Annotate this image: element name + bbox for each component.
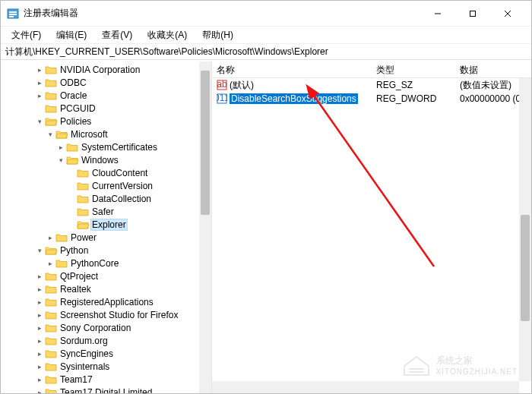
folder-icon <box>55 258 68 269</box>
folder-icon <box>45 65 57 75</box>
folder-icon <box>77 194 89 204</box>
chevron-icon[interactable]: ▸ <box>34 79 45 87</box>
values-header: 名称 类型 数据 <box>212 61 531 78</box>
tree-node-syncengines[interactable]: ▸SyncEngines <box>2 347 211 360</box>
maximize-button[interactable] <box>455 1 490 27</box>
chevron-icon[interactable]: ▸ <box>34 376 45 383</box>
values-scroll-thumb[interactable] <box>521 215 530 321</box>
col-type[interactable]: 类型 <box>372 61 455 77</box>
chevron-icon[interactable]: ▾ <box>34 118 45 125</box>
menu-file[interactable]: 文件(F) <box>5 27 47 43</box>
values-scrollbar-horizontal[interactable] <box>212 381 519 393</box>
chevron-icon[interactable]: ▾ <box>45 131 55 138</box>
chevron-icon[interactable]: ▸ <box>34 363 45 370</box>
tree-node-policies[interactable]: ▾Policies <box>2 115 211 128</box>
tree-node-pcguid[interactable]: PCGUID <box>2 102 211 115</box>
value-row[interactable]: ab(默认)REG_SZ(数值未设置) <box>212 78 531 92</box>
tree-node-microsoft[interactable]: ▾Microsoft <box>2 128 211 140</box>
folder-icon <box>55 232 68 243</box>
menu-help[interactable]: 帮助(H) <box>196 27 239 43</box>
chevron-icon[interactable]: ▸ <box>34 389 45 394</box>
tree-node-datacollection[interactable]: DataCollection <box>2 192 211 205</box>
chevron-icon[interactable]: ▾ <box>34 247 45 254</box>
tree-node-oracle[interactable]: ▸Oracle <box>2 89 211 102</box>
tree-node-label: SystemCertificates <box>80 142 159 153</box>
chevron-icon[interactable]: ▸ <box>34 66 45 74</box>
path-bar[interactable]: 计算机\HKEY_CURRENT_USER\Software\Policies\… <box>1 43 531 60</box>
tree-node-label: Oracle <box>59 90 88 101</box>
svg-rect-5 <box>470 11 476 16</box>
chevron-icon[interactable]: ▸ <box>34 298 45 306</box>
tree-scroll-thumb[interactable] <box>201 71 210 215</box>
value-name: DisableSearchBoxSuggestions <box>230 93 358 104</box>
tree-scrollbar[interactable] <box>199 61 211 393</box>
tree-node-label: CloudContent <box>90 168 149 178</box>
tree-node-label: Team17 Digital Limited <box>59 387 154 394</box>
tree-node-label: Explorer <box>90 219 128 231</box>
chevron-icon[interactable]: ▸ <box>34 273 45 280</box>
folder-icon <box>45 348 57 359</box>
chevron-icon[interactable]: ▸ <box>34 311 45 319</box>
menu-view[interactable]: 查看(V) <box>96 27 138 43</box>
tree-node-realtek[interactable]: ▸Realtek <box>2 282 211 295</box>
tree-node-screenshot-studio-for-firefox[interactable]: ▸Screenshot Studio for Firefox <box>2 308 211 321</box>
chevron-icon[interactable]: ▸ <box>34 92 45 99</box>
chevron-icon[interactable]: ▸ <box>34 324 45 332</box>
tree-node-registeredapplications[interactable]: ▸RegisteredApplications <box>2 295 211 308</box>
folder-icon <box>45 387 57 394</box>
tree-node-sordum-org[interactable]: ▸Sordum.org <box>2 334 211 347</box>
chevron-icon[interactable]: ▸ <box>45 234 55 241</box>
tree-node-label: Power <box>69 232 98 243</box>
chevron-icon[interactable]: ▸ <box>55 143 66 151</box>
svg-rect-2 <box>9 14 17 15</box>
tree-node-label: ODBC <box>59 77 88 88</box>
folder-icon <box>45 245 57 256</box>
tree-node-label: NVIDIA Corporation <box>59 65 141 75</box>
minimize-button[interactable] <box>420 1 455 27</box>
col-name[interactable]: 名称 <box>212 61 372 77</box>
menu-favorites[interactable]: 收藏夹(A) <box>141 27 193 43</box>
tree-node-qtproject[interactable]: ▸QtProject <box>2 269 211 282</box>
tree-node-power[interactable]: ▸Power <box>2 231 211 244</box>
chevron-icon[interactable]: ▾ <box>55 156 66 164</box>
values-pane: 名称 类型 数据 ab(默认)REG_SZ(数值未设置)011DisableSe… <box>212 61 531 393</box>
tree-node-team17[interactable]: ▸Team17 <box>2 373 211 386</box>
tree-node-label: Sysinternals <box>59 361 111 372</box>
tree-pane: ▸NVIDIA Corporation▸ODBC▸OraclePCGUID▾Po… <box>1 61 212 393</box>
tree-node-python[interactable]: ▾Python <box>2 244 211 257</box>
tree-node-odbc[interactable]: ▸ODBC <box>2 76 211 89</box>
tree-node-windows[interactable]: ▾Windows <box>2 153 211 166</box>
chevron-icon[interactable]: ▸ <box>34 285 45 293</box>
tree-node-pythoncore[interactable]: ▸PythonCore <box>2 257 211 269</box>
svg-rect-1 <box>9 11 17 13</box>
tree-node-label: Sony Corporation <box>59 323 132 333</box>
tree-node-nvidia-corporation[interactable]: ▸NVIDIA Corporation <box>2 63 211 76</box>
col-data[interactable]: 数据 <box>455 61 531 77</box>
tree-node-label: CurrentVersion <box>90 181 154 191</box>
regedit-icon <box>7 8 19 20</box>
tree-node-label: Microsoft <box>69 129 109 140</box>
tree-node-label: QtProject <box>59 271 100 282</box>
folder-icon <box>77 168 89 178</box>
folder-icon <box>45 323 57 333</box>
tree-node-explorer[interactable]: Explorer <box>2 218 211 231</box>
values-scrollbar-vertical[interactable] <box>519 78 531 381</box>
tree-node-cloudcontent[interactable]: CloudContent <box>2 166 211 179</box>
tree-node-safer[interactable]: Safer <box>2 205 211 218</box>
folder-icon <box>55 129 68 140</box>
value-row[interactable]: 011DisableSearchBoxSuggestionsREG_DWORD0… <box>212 92 531 106</box>
tree-node-team17-digital-limited[interactable]: ▸Team17 Digital Limited <box>2 386 211 393</box>
chevron-icon[interactable]: ▸ <box>34 337 45 345</box>
folder-icon <box>45 297 57 307</box>
tree-node-currentversion[interactable]: CurrentVersion <box>2 179 211 192</box>
tree-node-sony-corporation[interactable]: ▸Sony Corporation <box>2 321 211 334</box>
chevron-icon[interactable]: ▸ <box>34 350 45 358</box>
tree-node-label: Python <box>59 245 90 256</box>
chevron-icon[interactable]: ▸ <box>45 260 55 267</box>
folder-icon <box>66 155 78 165</box>
tree-node-systemcertificates[interactable]: ▸SystemCertificates <box>2 140 211 153</box>
close-button[interactable] <box>490 1 525 27</box>
menu-edit[interactable]: 编辑(E) <box>50 27 93 43</box>
tree-node-sysinternals[interactable]: ▸Sysinternals <box>2 360 211 373</box>
reg-string-icon: ab <box>217 80 227 90</box>
